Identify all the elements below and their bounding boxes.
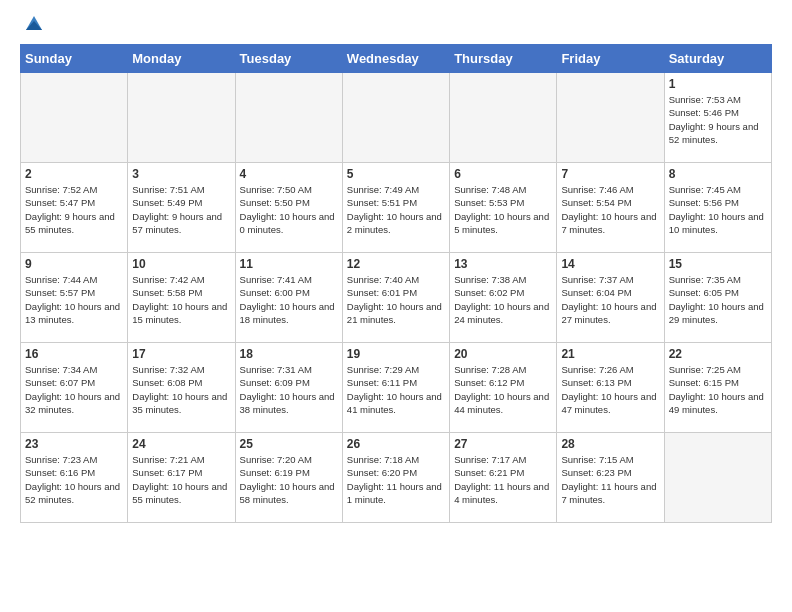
day-info: Sunrise: 7:35 AM Sunset: 6:05 PM Dayligh… [669, 273, 767, 326]
calendar-cell: 6Sunrise: 7:48 AM Sunset: 5:53 PM Daylig… [450, 163, 557, 253]
calendar-cell: 8Sunrise: 7:45 AM Sunset: 5:56 PM Daylig… [664, 163, 771, 253]
calendar-cell: 25Sunrise: 7:20 AM Sunset: 6:19 PM Dayli… [235, 433, 342, 523]
day-number: 5 [347, 167, 445, 181]
day-info: Sunrise: 7:29 AM Sunset: 6:11 PM Dayligh… [347, 363, 445, 416]
day-number: 23 [25, 437, 123, 451]
day-info: Sunrise: 7:34 AM Sunset: 6:07 PM Dayligh… [25, 363, 123, 416]
calendar-cell: 11Sunrise: 7:41 AM Sunset: 6:00 PM Dayli… [235, 253, 342, 343]
day-number: 27 [454, 437, 552, 451]
day-header-wednesday: Wednesday [342, 45, 449, 73]
day-header-thursday: Thursday [450, 45, 557, 73]
day-info: Sunrise: 7:17 AM Sunset: 6:21 PM Dayligh… [454, 453, 552, 506]
day-number: 12 [347, 257, 445, 271]
day-info: Sunrise: 7:23 AM Sunset: 6:16 PM Dayligh… [25, 453, 123, 506]
day-header-sunday: Sunday [21, 45, 128, 73]
calendar-cell: 13Sunrise: 7:38 AM Sunset: 6:02 PM Dayli… [450, 253, 557, 343]
svg-marker-1 [26, 21, 42, 30]
day-info: Sunrise: 7:15 AM Sunset: 6:23 PM Dayligh… [561, 453, 659, 506]
day-number: 16 [25, 347, 123, 361]
day-info: Sunrise: 7:51 AM Sunset: 5:49 PM Dayligh… [132, 183, 230, 236]
day-number: 28 [561, 437, 659, 451]
day-number: 7 [561, 167, 659, 181]
week-row-5: 23Sunrise: 7:23 AM Sunset: 6:16 PM Dayli… [21, 433, 772, 523]
day-number: 8 [669, 167, 767, 181]
header [20, 20, 772, 34]
day-info: Sunrise: 7:18 AM Sunset: 6:20 PM Dayligh… [347, 453, 445, 506]
day-number: 4 [240, 167, 338, 181]
calendar-cell: 16Sunrise: 7:34 AM Sunset: 6:07 PM Dayli… [21, 343, 128, 433]
day-info: Sunrise: 7:48 AM Sunset: 5:53 PM Dayligh… [454, 183, 552, 236]
day-info: Sunrise: 7:32 AM Sunset: 6:08 PM Dayligh… [132, 363, 230, 416]
day-number: 13 [454, 257, 552, 271]
day-info: Sunrise: 7:52 AM Sunset: 5:47 PM Dayligh… [25, 183, 123, 236]
calendar-cell [235, 73, 342, 163]
day-number: 25 [240, 437, 338, 451]
week-row-3: 9Sunrise: 7:44 AM Sunset: 5:57 PM Daylig… [21, 253, 772, 343]
calendar-cell: 4Sunrise: 7:50 AM Sunset: 5:50 PM Daylig… [235, 163, 342, 253]
calendar-cell: 22Sunrise: 7:25 AM Sunset: 6:15 PM Dayli… [664, 343, 771, 433]
day-number: 19 [347, 347, 445, 361]
day-header-friday: Friday [557, 45, 664, 73]
calendar-cell: 20Sunrise: 7:28 AM Sunset: 6:12 PM Dayli… [450, 343, 557, 433]
calendar-cell: 3Sunrise: 7:51 AM Sunset: 5:49 PM Daylig… [128, 163, 235, 253]
day-number: 22 [669, 347, 767, 361]
calendar-cell [342, 73, 449, 163]
logo-icon [22, 12, 44, 34]
day-number: 26 [347, 437, 445, 451]
day-number: 9 [25, 257, 123, 271]
day-info: Sunrise: 7:49 AM Sunset: 5:51 PM Dayligh… [347, 183, 445, 236]
day-number: 3 [132, 167, 230, 181]
day-header-monday: Monday [128, 45, 235, 73]
calendar-cell: 2Sunrise: 7:52 AM Sunset: 5:47 PM Daylig… [21, 163, 128, 253]
week-row-1: 1Sunrise: 7:53 AM Sunset: 5:46 PM Daylig… [21, 73, 772, 163]
day-number: 1 [669, 77, 767, 91]
calendar-cell [450, 73, 557, 163]
day-info: Sunrise: 7:26 AM Sunset: 6:13 PM Dayligh… [561, 363, 659, 416]
week-row-4: 16Sunrise: 7:34 AM Sunset: 6:07 PM Dayli… [21, 343, 772, 433]
week-row-2: 2Sunrise: 7:52 AM Sunset: 5:47 PM Daylig… [21, 163, 772, 253]
day-info: Sunrise: 7:50 AM Sunset: 5:50 PM Dayligh… [240, 183, 338, 236]
day-info: Sunrise: 7:37 AM Sunset: 6:04 PM Dayligh… [561, 273, 659, 326]
day-number: 2 [25, 167, 123, 181]
day-info: Sunrise: 7:20 AM Sunset: 6:19 PM Dayligh… [240, 453, 338, 506]
day-info: Sunrise: 7:42 AM Sunset: 5:58 PM Dayligh… [132, 273, 230, 326]
day-number: 6 [454, 167, 552, 181]
day-info: Sunrise: 7:38 AM Sunset: 6:02 PM Dayligh… [454, 273, 552, 326]
calendar-cell: 23Sunrise: 7:23 AM Sunset: 6:16 PM Dayli… [21, 433, 128, 523]
day-number: 18 [240, 347, 338, 361]
day-info: Sunrise: 7:46 AM Sunset: 5:54 PM Dayligh… [561, 183, 659, 236]
calendar-cell [557, 73, 664, 163]
day-number: 20 [454, 347, 552, 361]
calendar-table: SundayMondayTuesdayWednesdayThursdayFrid… [20, 44, 772, 523]
day-header-tuesday: Tuesday [235, 45, 342, 73]
day-number: 24 [132, 437, 230, 451]
day-header-saturday: Saturday [664, 45, 771, 73]
day-number: 14 [561, 257, 659, 271]
day-number: 21 [561, 347, 659, 361]
calendar-cell: 14Sunrise: 7:37 AM Sunset: 6:04 PM Dayli… [557, 253, 664, 343]
day-info: Sunrise: 7:25 AM Sunset: 6:15 PM Dayligh… [669, 363, 767, 416]
calendar-cell: 10Sunrise: 7:42 AM Sunset: 5:58 PM Dayli… [128, 253, 235, 343]
logo [20, 20, 44, 34]
calendar-cell [664, 433, 771, 523]
calendar-cell: 18Sunrise: 7:31 AM Sunset: 6:09 PM Dayli… [235, 343, 342, 433]
day-number: 17 [132, 347, 230, 361]
calendar-cell [128, 73, 235, 163]
day-info: Sunrise: 7:28 AM Sunset: 6:12 PM Dayligh… [454, 363, 552, 416]
days-of-week-row: SundayMondayTuesdayWednesdayThursdayFrid… [21, 45, 772, 73]
day-info: Sunrise: 7:44 AM Sunset: 5:57 PM Dayligh… [25, 273, 123, 326]
calendar-cell: 9Sunrise: 7:44 AM Sunset: 5:57 PM Daylig… [21, 253, 128, 343]
calendar-cell: 24Sunrise: 7:21 AM Sunset: 6:17 PM Dayli… [128, 433, 235, 523]
day-info: Sunrise: 7:45 AM Sunset: 5:56 PM Dayligh… [669, 183, 767, 236]
day-info: Sunrise: 7:31 AM Sunset: 6:09 PM Dayligh… [240, 363, 338, 416]
calendar-cell: 5Sunrise: 7:49 AM Sunset: 5:51 PM Daylig… [342, 163, 449, 253]
calendar-cell: 19Sunrise: 7:29 AM Sunset: 6:11 PM Dayli… [342, 343, 449, 433]
calendar-cell: 7Sunrise: 7:46 AM Sunset: 5:54 PM Daylig… [557, 163, 664, 253]
day-info: Sunrise: 7:40 AM Sunset: 6:01 PM Dayligh… [347, 273, 445, 326]
calendar-cell: 17Sunrise: 7:32 AM Sunset: 6:08 PM Dayli… [128, 343, 235, 433]
calendar-cell: 15Sunrise: 7:35 AM Sunset: 6:05 PM Dayli… [664, 253, 771, 343]
day-info: Sunrise: 7:21 AM Sunset: 6:17 PM Dayligh… [132, 453, 230, 506]
calendar-cell: 26Sunrise: 7:18 AM Sunset: 6:20 PM Dayli… [342, 433, 449, 523]
day-info: Sunrise: 7:53 AM Sunset: 5:46 PM Dayligh… [669, 93, 767, 146]
calendar-cell: 21Sunrise: 7:26 AM Sunset: 6:13 PM Dayli… [557, 343, 664, 433]
